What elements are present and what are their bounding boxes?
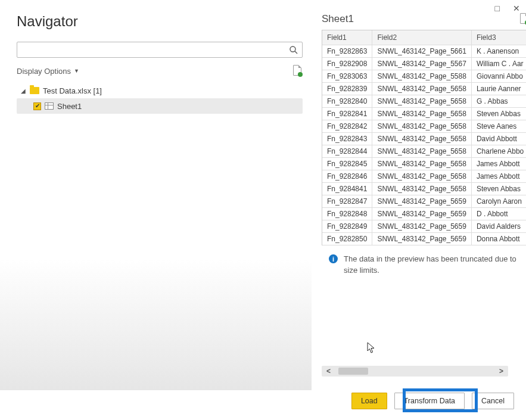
table-cell: SNWL_483142_Page_5659 <box>372 220 471 233</box>
table-row[interactable]: Fn_9284841SNWL_483142_Page_5658Steven Ab… <box>322 183 526 195</box>
table-cell: SNWL_483142_Page_5588 <box>372 70 471 83</box>
table-cell: SNWL_483142_Page_5658 <box>372 145 471 158</box>
table-cell: SNWL_483142_Page_5658 <box>372 95 471 108</box>
tree-file-row[interactable]: ◢ Test Data.xlsx [1] <box>17 83 303 98</box>
table-cell: D . Abbott <box>471 208 526 220</box>
table-cell: William C . Aar <box>471 58 526 70</box>
table-cell: Fn_9282850 <box>322 233 372 245</box>
table-cell: Fn_9282842 <box>322 120 372 133</box>
table-cell: SNWL_483142_Page_5658 <box>372 108 471 120</box>
table-cell: Steven Abbas <box>471 183 526 195</box>
maximize-icon[interactable]: □ <box>495 4 500 13</box>
table-cell: Fn_9282843 <box>322 133 372 145</box>
column-header[interactable]: Field3 <box>471 30 526 45</box>
table-row[interactable]: Fn_9282846SNWL_483142_Page_5658James Abb… <box>322 170 526 183</box>
table-row[interactable]: Fn_9282845SNWL_483142_Page_5658James Abb… <box>322 158 526 170</box>
table-cell: Fn_9282839 <box>322 83 372 95</box>
truncation-text: The data in the preview has been truncat… <box>344 254 526 276</box>
table-row[interactable]: Fn_9282843SNWL_483142_Page_5658David Abb… <box>322 133 526 145</box>
table-cell: Fn_9282848 <box>322 208 372 220</box>
column-header[interactable]: Field1 <box>322 30 372 45</box>
table-cell: SNWL_483142_Page_5567 <box>372 58 471 70</box>
table-cell: Charlene Abbo <box>471 145 526 158</box>
table-row[interactable]: Fn_9282847SNWL_483142_Page_5659Carolyn A… <box>322 195 526 208</box>
table-cell: SNWL_483142_Page_5658 <box>372 83 471 95</box>
table-cell: SNWL_483142_Page_5659 <box>372 208 471 220</box>
table-row[interactable]: Fn_9282841SNWL_483142_Page_5658Steven Ab… <box>322 108 526 120</box>
table-cell: Fn_9283063 <box>322 70 372 83</box>
preview-title: Sheet1 <box>322 13 354 25</box>
table-cell: Giovanni Abbo <box>471 70 526 83</box>
table-cell: Fn_9282841 <box>322 108 372 120</box>
table-cell: Fn_9282840 <box>322 95 372 108</box>
cancel-button[interactable]: Cancel <box>472 393 514 409</box>
table-row[interactable]: Fn_9282839SNWL_483142_Page_5658Laurie Aa… <box>322 83 526 95</box>
table-cell: Carolyn Aaron <box>471 195 526 208</box>
display-options-dropdown[interactable]: Display Options ▼ <box>17 67 79 76</box>
table-row[interactable]: Fn_9282842SNWL_483142_Page_5658Steve Aan… <box>322 120 526 133</box>
table-cell: SNWL_483142_Page_5659 <box>372 195 471 208</box>
table-cell: David Aalders <box>471 220 526 233</box>
table-row[interactable]: Fn_9282863SNWL_463142_Page_5661K . Aanen… <box>322 45 526 58</box>
table-header-row: Field1 Field2 Field3 <box>322 30 526 45</box>
scroll-right-icon[interactable]: > <box>499 367 503 375</box>
table-cell: James Abbott <box>471 158 526 170</box>
svg-point-0 <box>290 46 295 52</box>
file-label: Test Data.xlsx [1] <box>43 86 102 95</box>
tree-sheet-row[interactable]: ✔ Sheet1 <box>17 98 303 114</box>
table-cell: SNWL_483142_Page_5658 <box>372 158 471 170</box>
search-input[interactable] <box>21 45 289 54</box>
column-header[interactable]: Field2 <box>372 30 471 45</box>
table-cell: K . Aanenson <box>471 45 526 58</box>
table-cell: James Abbott <box>471 170 526 183</box>
scroll-thumb[interactable] <box>338 368 368 375</box>
tree-view: ◢ Test Data.xlsx [1] ✔ Sheet1 <box>17 83 303 114</box>
sheet-label: Sheet1 <box>57 102 82 111</box>
folder-icon <box>30 87 39 94</box>
table-cell: Fn_9282847 <box>322 195 372 208</box>
table-cell: Donna Abbott <box>471 233 526 245</box>
table-row[interactable]: Fn_9282850SNWL_483142_Page_5659Donna Abb… <box>322 233 526 245</box>
info-icon: i <box>329 254 338 263</box>
table-cell: Fn_9282908 <box>322 58 372 70</box>
table-row[interactable]: Fn_9282840SNWL_483142_Page_5658G . Abbas <box>322 95 526 108</box>
load-button[interactable]: Load <box>351 393 387 409</box>
chevron-down-icon: ▼ <box>74 68 79 74</box>
horizontal-scrollbar[interactable]: < > <box>322 366 508 377</box>
table-row[interactable]: Fn_9282908SNWL_483142_Page_5567William C… <box>322 58 526 70</box>
preview-refresh-icon[interactable] <box>520 13 526 25</box>
table-cell: Fn_9282846 <box>322 170 372 183</box>
table-row[interactable]: Fn_9282848SNWL_483142_Page_5659D . Abbot… <box>322 208 526 220</box>
table-cell: Fn_9282845 <box>322 158 372 170</box>
table-row[interactable]: Fn_9283063SNWL_483142_Page_5588Giovanni … <box>322 70 526 83</box>
checkbox-checked-icon[interactable]: ✔ <box>33 102 41 110</box>
table-cell: SNWL_483142_Page_5658 <box>372 170 471 183</box>
table-cell: Fn_9282844 <box>322 145 372 158</box>
close-icon[interactable]: ✕ <box>513 4 520 13</box>
table-cell: Fn_9282863 <box>322 45 372 58</box>
page-title: Navigator <box>17 13 303 30</box>
svg-line-1 <box>295 51 297 54</box>
table-row[interactable]: Fn_9282849SNWL_483142_Page_5659David Aal… <box>322 220 526 233</box>
table-cell: G . Abbas <box>471 95 526 108</box>
table-cell: SNWL_463142_Page_5661 <box>372 45 471 58</box>
table-row[interactable]: Fn_9282844SNWL_483142_Page_5658Charlene … <box>322 145 526 158</box>
transform-data-button[interactable]: Transform Data <box>394 393 465 409</box>
table-cell: Fn_9282849 <box>322 220 372 233</box>
table-cell: Fn_9284841 <box>322 183 372 195</box>
table-cell: Steve Aanes <box>471 120 526 133</box>
table-cell: Laurie Aanner <box>471 83 526 95</box>
refresh-page-icon[interactable] <box>293 65 303 77</box>
table-cell: SNWL_483142_Page_5658 <box>372 133 471 145</box>
search-icon[interactable] <box>289 45 298 55</box>
table-cell: Steven Abbas <box>471 108 526 120</box>
table-icon <box>45 102 54 110</box>
preview-table: Field1 Field2 Field3 Fn_9282863SNWL_4631… <box>322 30 526 245</box>
table-cell: SNWL_483142_Page_5659 <box>372 233 471 245</box>
search-input-wrap[interactable] <box>17 42 303 58</box>
table-cell: SNWL_483142_Page_5658 <box>372 120 471 133</box>
display-options-label: Display Options <box>17 67 71 76</box>
collapse-caret-icon[interactable]: ◢ <box>20 88 26 94</box>
table-cell: David Abbott <box>471 133 526 145</box>
scroll-left-icon[interactable]: < <box>326 367 331 375</box>
